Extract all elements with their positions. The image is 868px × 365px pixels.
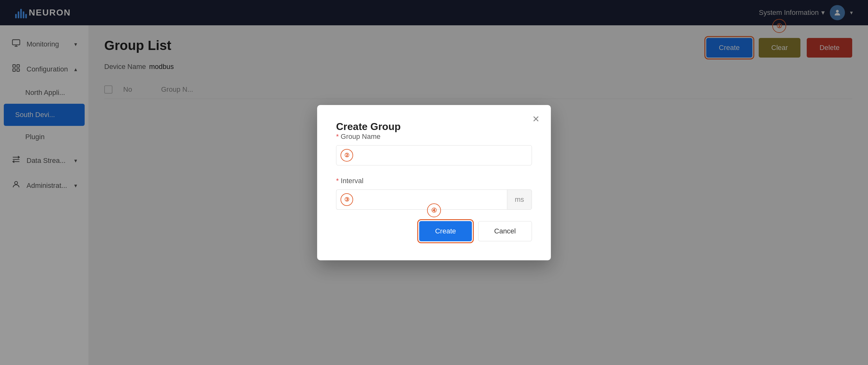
required-star-2: *: [336, 177, 339, 185]
annotation-3-container: ③: [341, 193, 353, 206]
modal-actions: ④ Create Cancel: [336, 221, 532, 241]
content-area: Group List Device Name modbus No Group N…: [88, 25, 868, 365]
annotation-circle-3: ③: [341, 193, 353, 206]
annotation-circle-2: ②: [341, 149, 353, 162]
main-layout: Monitoring ▾ Configuration ▴ North Appli…: [0, 25, 868, 365]
group-name-input-wrapper: ②: [336, 145, 532, 165]
modal-cancel-button[interactable]: Cancel: [478, 221, 532, 241]
annotation-4-container: ④: [427, 203, 441, 217]
modal-overlay: Create Group ✕ * Group Name ②: [0, 0, 868, 365]
group-name-field: * Group Name ②: [336, 133, 532, 165]
modal-create-button[interactable]: Create: [419, 221, 472, 241]
create-group-modal: Create Group ✕ * Group Name ②: [317, 105, 551, 260]
modal-title: Create Group: [336, 121, 401, 132]
annotation-circle-4: ④: [427, 203, 441, 217]
annotation-2-container: ②: [341, 149, 353, 162]
required-star-1: *: [336, 133, 339, 141]
interval-label: * Interval: [336, 177, 532, 185]
modal-close-button[interactable]: ✕: [532, 114, 539, 124]
group-name-label: * Group Name: [336, 133, 532, 141]
interval-input[interactable]: [336, 190, 507, 210]
group-name-input[interactable]: [336, 145, 532, 165]
interval-unit: ms: [507, 190, 532, 210]
